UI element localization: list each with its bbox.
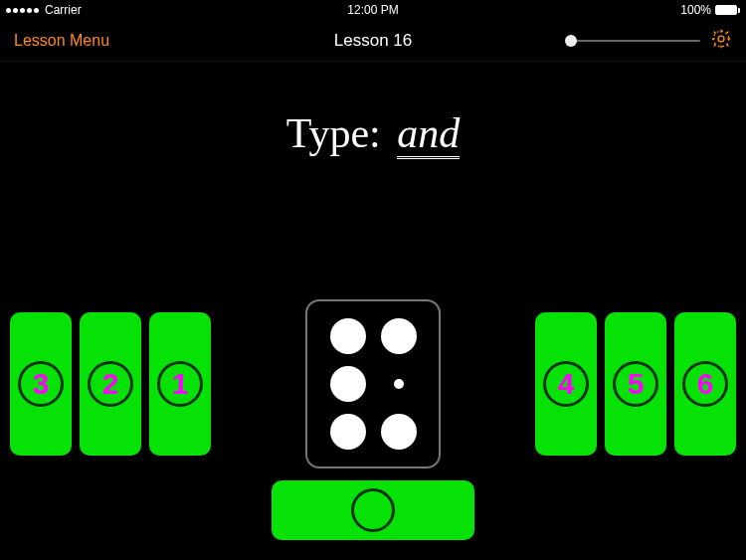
- braille-key-6[interactable]: 6: [674, 312, 736, 456]
- space-key[interactable]: [272, 480, 474, 540]
- braille-dot-6: [381, 414, 417, 450]
- braille-key-4[interactable]: 4: [535, 312, 597, 456]
- key-ring: 2: [88, 361, 133, 407]
- prompt-prefix: Type:: [286, 110, 381, 156]
- braille-dot-5: [394, 379, 404, 389]
- status-time: 12:00 PM: [347, 3, 398, 17]
- key-ring: [351, 488, 395, 532]
- nav-bar: Lesson Menu Lesson 16: [0, 20, 746, 62]
- braille-dot-2: [330, 366, 366, 402]
- progress-slider[interactable]: [571, 40, 700, 42]
- key-ring: 6: [682, 361, 728, 407]
- key-number: 2: [102, 367, 119, 401]
- status-right: 100%: [680, 3, 740, 17]
- battery-icon: [715, 5, 740, 15]
- key-ring: 5: [613, 361, 658, 407]
- type-prompt: Type: and: [0, 109, 746, 157]
- right-key-group: 4 5 6: [535, 312, 736, 456]
- svg-point-0: [718, 36, 724, 42]
- lesson-menu-button[interactable]: Lesson Menu: [14, 32, 109, 50]
- left-key-group: 3 2 1: [10, 312, 211, 456]
- page-title: Lesson 16: [334, 31, 412, 51]
- key-ring: 1: [157, 361, 203, 407]
- braille-dot-4: [381, 318, 417, 354]
- carrier-label: Carrier: [45, 3, 82, 17]
- key-number: 3: [33, 367, 50, 401]
- key-ring: 4: [543, 361, 589, 407]
- prompt-word: and: [397, 110, 460, 159]
- battery-pct: 100%: [680, 3, 711, 17]
- braille-dot-3: [330, 414, 366, 450]
- status-bar: Carrier 12:00 PM 100%: [0, 0, 746, 20]
- braille-key-5[interactable]: 5: [605, 312, 666, 456]
- braille-key-3[interactable]: 3: [10, 312, 72, 456]
- slider-thumb[interactable]: [565, 35, 577, 47]
- braille-key-2[interactable]: 2: [80, 312, 141, 456]
- keyboard-area: 3 2 1: [0, 299, 746, 540]
- braille-key-1[interactable]: 1: [149, 312, 211, 456]
- key-number: 1: [172, 367, 189, 401]
- braille-cell-display: [305, 299, 441, 468]
- keys-row: 3 2 1: [0, 299, 746, 468]
- gear-icon[interactable]: [710, 28, 732, 54]
- nav-right: [571, 28, 732, 54]
- key-number: 4: [558, 367, 575, 401]
- key-number: 6: [697, 367, 714, 401]
- braille-dot-1: [330, 318, 366, 354]
- key-ring: 3: [18, 361, 64, 407]
- key-number: 5: [628, 367, 645, 401]
- status-left: Carrier: [6, 3, 82, 17]
- signal-icon: [6, 8, 39, 13]
- space-row: [0, 480, 746, 540]
